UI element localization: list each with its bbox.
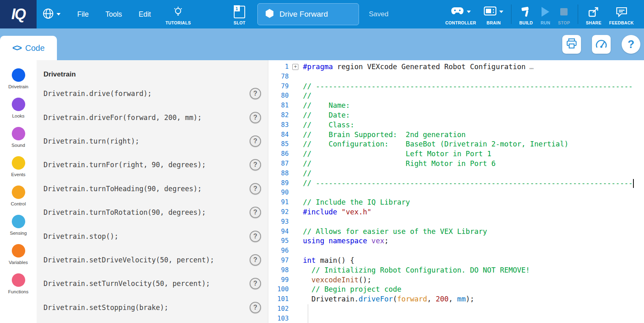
project-name-button[interactable]: Drive Forward — [257, 3, 359, 25]
code-line[interactable]: 94// Allows for easier use of the VEX Li… — [268, 227, 644, 237]
brain-button[interactable]: BRAIN — [484, 0, 503, 28]
command-help-button[interactable]: ? — [250, 183, 261, 194]
sidebar-category-looks[interactable]: Looks — [0, 98, 37, 118]
code-line[interactable]: 95using namespace vex; — [268, 236, 644, 246]
code-line[interactable]: 1+#pragma region VEXcode Generated Robot… — [268, 62, 644, 72]
code-line[interactable]: 89// -----------------------------------… — [268, 179, 644, 188]
tab-code[interactable]: <> Code — [0, 36, 57, 60]
code-line[interactable]: 103 — [268, 314, 644, 323]
category-color-dot — [12, 68, 25, 82]
code-line[interactable]: 99 vexcodeInit(); — [268, 275, 644, 285]
vex-iq-logo: IQ — [0, 0, 37, 28]
code-line[interactable]: 79// -----------------------------------… — [268, 82, 644, 92]
controller-button[interactable]: CONTROLLER — [445, 0, 476, 28]
command-row[interactable]: Drivetrain.turnToHeading(90, degrees);? — [37, 177, 268, 201]
command-text[interactable]: Drivetrain.driveFor(forward, 200, mm); — [44, 113, 202, 122]
menu-file[interactable]: File — [77, 10, 89, 19]
category-color-dot — [12, 98, 25, 111]
code-line[interactable]: 100 // Begin project code — [268, 285, 644, 295]
code-text: using namespace vex; — [303, 236, 644, 246]
code-line[interactable]: 98 // Initializing Robot Configuration. … — [268, 266, 644, 275]
code-line[interactable]: 80// — [268, 91, 644, 101]
language-menu-button[interactable] — [43, 8, 61, 21]
command-help-button[interactable]: ? — [250, 135, 261, 147]
share-button[interactable]: SHARE — [586, 0, 601, 28]
command-text[interactable]: Drivetrain.setTurnVelocity(50, percent); — [44, 279, 210, 288]
code-line[interactable]: 81// Name: — [268, 101, 644, 111]
code-editor[interactable]: 1+#pragma region VEXcode Generated Robot… — [268, 60, 644, 323]
stop-button[interactable]: STOP — [558, 0, 570, 28]
command-row[interactable]: Drivetrain.turnFor(right, 90, degrees);? — [37, 153, 268, 177]
command-text[interactable]: Drivetrain.setStopping(brake); — [44, 303, 168, 312]
print-button[interactable] — [562, 35, 581, 54]
category-color-dot — [12, 156, 25, 170]
sidebar-category-events[interactable]: Events — [0, 156, 37, 177]
main-area: DrivetrainLooksSoundEventsControlSensing… — [0, 60, 644, 323]
sidebar-category-control[interactable]: Control — [0, 186, 37, 206]
code-line[interactable]: 91// Include the IQ Library — [268, 198, 644, 207]
code-line[interactable]: 85// Configuration: BaseBot (Drivetrain … — [268, 140, 644, 149]
command-help-button[interactable]: ? — [250, 231, 261, 242]
tutorials-button[interactable]: TUTORIALS — [161, 0, 196, 28]
command-row[interactable]: Drivetrain.setDriveVelocity(50, percent)… — [37, 248, 268, 272]
code-line[interactable]: 78 — [268, 72, 644, 82]
command-row[interactable]: Drivetrain.setTurnVelocity(50, percent);… — [37, 272, 268, 295]
code-line[interactable]: 96 — [268, 246, 644, 256]
sidebar-category-functions[interactable]: Functions — [0, 273, 37, 294]
top-bar: IQ File Tools Edit TUTORIALS 1 SLOT Driv… — [0, 0, 644, 28]
command-help-button[interactable]: ? — [250, 159, 261, 170]
text-cursor — [633, 179, 634, 188]
help-button[interactable]: ? — [622, 35, 640, 54]
code-line[interactable]: 88// — [268, 169, 644, 179]
slot-button[interactable]: 1 SLOT — [231, 0, 248, 28]
hexagon-icon — [265, 9, 274, 20]
command-help-button[interactable]: ? — [250, 88, 261, 99]
command-help-button[interactable]: ? — [250, 112, 261, 123]
run-button[interactable]: RUN — [541, 0, 550, 28]
build-button[interactable]: BUILD — [519, 0, 533, 28]
command-row[interactable]: Drivetrain.setStopping(brake);? — [37, 296, 268, 319]
command-text[interactable]: Drivetrain.setDriveVelocity(50, percent)… — [44, 256, 214, 264]
code-line[interactable]: 93 — [268, 217, 644, 227]
line-number: 82 — [268, 111, 289, 120]
sidebar-category-drivetrain[interactable]: Drivetrain — [0, 68, 37, 89]
fold-gutter — [289, 314, 303, 323]
command-help-button[interactable]: ? — [250, 254, 261, 266]
sidebar-category-variables[interactable]: Variables — [0, 244, 37, 265]
command-row[interactable]: Drivetrain.turnToRotation(90, degrees);? — [37, 201, 268, 224]
code-line[interactable]: 87// Right Motor in Port 6 — [268, 159, 644, 169]
code-line[interactable]: 90 — [268, 188, 644, 198]
command-row[interactable]: Drivetrain.stop();? — [37, 224, 268, 248]
category-label: Variables — [9, 260, 28, 265]
code-line[interactable]: 92#include "vex.h" — [268, 207, 644, 217]
sidebar-category-sensing[interactable]: Sensing — [0, 215, 37, 236]
project-name: Drive Forward — [279, 10, 328, 19]
sidebar-category-sound[interactable]: Sound — [0, 127, 37, 148]
command-text[interactable]: Drivetrain.turnFor(right, 90, degrees); — [44, 161, 206, 169]
code-line[interactable]: 82// Date: — [268, 111, 644, 120]
menu-tools[interactable]: Tools — [105, 10, 122, 19]
command-help-button[interactable]: ? — [250, 278, 261, 289]
code-line[interactable]: 83// Class: — [268, 120, 644, 130]
command-row[interactable]: Drivetrain.turn(right);? — [37, 129, 268, 153]
feedback-button[interactable]: FEEDBACK — [609, 0, 634, 28]
code-line[interactable]: 84// Brain Supported: 2nd generation — [268, 130, 644, 140]
command-text[interactable]: Drivetrain.turn(right); — [44, 137, 139, 145]
code-line[interactable]: 86// Left Motor in Port 1 — [268, 149, 644, 159]
command-row[interactable]: Drivetrain.driveFor(forward, 200, mm);? — [37, 105, 268, 129]
command-text[interactable]: Drivetrain.turnToRotation(90, degrees); — [44, 208, 206, 216]
dashboard-button[interactable] — [592, 35, 611, 54]
fold-toggle-icon[interactable]: + — [292, 64, 298, 70]
command-row[interactable]: Drivetrain.drive(forward);? — [37, 82, 268, 105]
command-text[interactable]: Drivetrain.turnToHeading(90, degrees); — [44, 185, 202, 193]
fold-gutter — [289, 72, 303, 82]
command-text[interactable]: Drivetrain.stop(); — [44, 232, 118, 240]
command-help-button[interactable]: ? — [250, 207, 261, 218]
fold-gutter — [289, 266, 303, 275]
command-help-button[interactable]: ? — [250, 302, 261, 313]
code-line[interactable]: 101 Drivetrain.driveFor(forward, 200, mm… — [268, 295, 644, 304]
code-line[interactable]: 102 — [268, 304, 644, 314]
command-text[interactable]: Drivetrain.drive(forward); — [44, 89, 152, 98]
code-line[interactable]: 97int main() { — [268, 256, 644, 266]
menu-edit[interactable]: Edit — [139, 10, 151, 19]
